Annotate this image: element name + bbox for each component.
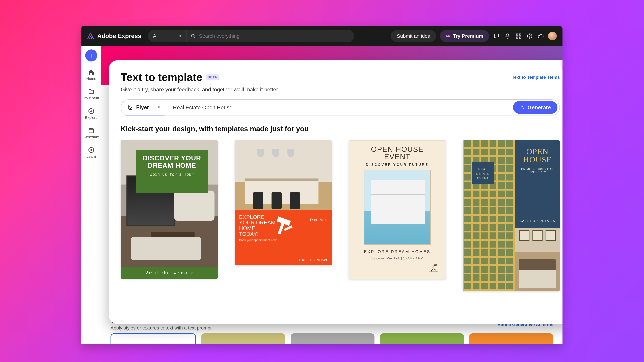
rail-label: Explore [85,115,98,120]
effect-chip[interactable] [201,333,285,344]
apps-grid-icon[interactable] [515,32,522,40]
open-line: OPEN [526,147,548,156]
svg-rect-9 [89,129,94,133]
effect-chip[interactable] [291,333,375,344]
rail-item-home[interactable]: Home [81,69,101,81]
rail-label: Learn [86,154,96,159]
modal-subtitle: Give it a try, share your feedback, and … [121,86,560,93]
effect-chip[interactable] [469,333,553,344]
search-icon [191,33,196,38]
card-banner: DISCOVER YOUR DREAM HOME Join us for a T… [136,150,208,193]
card-sub: Join us for a Tour [139,172,204,177]
kickstart-heading: Kick-start your design, with templates m… [121,125,560,133]
search-input[interactable] [199,33,350,39]
card-lower: EXPLORE YOUR DREAM HOME TODAY! Book your… [234,210,332,265]
search-field[interactable] [186,33,354,39]
template-card[interactable]: OPEN HOUSE EVENT DISCOVER YOUR FUTURE EX… [349,140,446,279]
template-cards: DISCOVER YOUR DREAM HOME Join us for a T… [121,140,560,291]
card-tag: DISCOVER YOUR FUTURE [366,163,429,167]
terms-link[interactable]: Text to Template Terms [512,75,560,80]
divider [169,103,169,112]
plant-icon [428,263,440,273]
avatar[interactable] [548,32,557,40]
chevron-down-icon: ▾ [180,34,181,38]
svg-rect-2 [516,34,518,35]
template-type-label: Flyer [136,104,149,110]
effect-chip[interactable] [110,333,196,344]
card-footer: Visit Our Website [121,267,218,279]
adobe-logo-icon [87,32,94,40]
card-image [515,228,560,291]
comment-icon[interactable] [493,32,500,40]
generate-label: Generate [528,104,551,111]
svg-point-12 [90,149,92,151]
svg-point-16 [129,106,130,107]
topbar: Adobe Express All ▾ Submit an idea [81,26,562,46]
badge-line: EVENT [477,177,489,180]
submit-idea-label: Submit an idea [397,33,430,39]
card-image [234,140,332,210]
try-premium-label: Try Premium [453,33,483,39]
rail-label: Schedule [84,135,99,139]
help-icon[interactable] [526,32,533,40]
svg-rect-3 [520,34,521,35]
rail-item-your-stuff[interactable]: Your stuff [81,88,101,100]
card-call: CALL US NOW! [299,258,327,262]
card-title-b: EVENT [384,152,410,161]
rail-item-schedule[interactable]: Schedule [81,127,101,139]
submit-idea-button[interactable]: Submit an idea [391,30,436,42]
template-card[interactable]: EXPLORE YOUR DREAM HOME TODAY! Book your… [234,140,332,265]
effect-chips [110,333,553,344]
sparkle-icon [520,105,525,110]
svg-point-7 [529,37,530,38]
template-type-dropdown[interactable]: Flyer ▾ [126,100,165,115]
card-badge: REAL ESTATE EVENT [472,162,494,184]
chevron-down-icon: ▾ [158,105,160,109]
card-call: CALL FOR DETAILS [520,219,556,223]
brand-name: Adobe Express [97,32,141,39]
prompt-input[interactable] [173,104,513,111]
create-button[interactable]: ＋ [85,49,97,61]
hammer-icon [270,215,293,239]
beta-badge: BETA [206,74,219,80]
svg-point-21 [434,264,436,266]
generate-bar: Flyer ▾ Generate [121,99,560,115]
search-category-dropdown[interactable]: All ▾ [148,30,186,42]
card-sub: Book your appointment now! [239,239,327,242]
rail-label: Home [86,77,96,81]
left-rail: ＋ Home Your stuff Explore Schedule [81,46,101,344]
card-headline: DISCOVER YOUR DREAM HOME [139,154,204,169]
search-category-label: All [153,33,158,39]
template-card[interactable]: REAL ESTATE EVENT OPEN HOUSE PRIME RESID… [463,140,560,291]
card-image [364,170,431,245]
badge-line: REAL [478,168,488,171]
card-when: Saturday, May 12th | 10 AM - 4 PM [371,256,423,260]
svg-rect-20 [284,225,293,231]
card-title-a: OPEN HOUSE [371,145,424,153]
brand-logo[interactable]: Adobe Express [87,32,141,40]
svg-point-17 [523,108,524,109]
svg-rect-5 [520,37,521,38]
template-card[interactable]: DISCOVER YOUR DREAM HOME Join us for a T… [121,140,218,279]
flyer-icon [128,104,133,110]
card-pattern: REAL ESTATE EVENT [463,140,515,291]
svg-rect-4 [516,37,518,38]
crown-icon [446,34,450,38]
rail-label: Your stuff [84,96,99,100]
text-to-template-modal: Text to template BETA Text to Template T… [109,60,562,324]
rail-item-explore[interactable]: Explore [81,108,101,120]
cloud-icon[interactable] [537,32,544,40]
text-effects-sub: Apply styles or textures to text with a … [110,325,553,331]
bell-icon[interactable] [504,32,511,40]
card-top: OPEN HOUSE PRIME RESIDENTIAL PROPERTY CA… [515,140,560,228]
modal-title: Text to template [121,71,202,83]
rail-item-learn[interactable]: Learn [81,147,101,159]
svg-line-1 [194,37,195,38]
generate-button[interactable]: Generate [513,101,558,114]
try-premium-button[interactable]: Try Premium [440,30,489,42]
app-window: Adobe Express All ▾ Submit an idea [81,26,562,344]
badge-line: ESTATE [476,172,490,175]
effect-chip[interactable] [380,333,464,344]
card-prime: PRIME RESIDENTIAL PROPERTY [518,168,557,174]
card-explore: EXPLORE DREAM HOMES [364,249,430,254]
